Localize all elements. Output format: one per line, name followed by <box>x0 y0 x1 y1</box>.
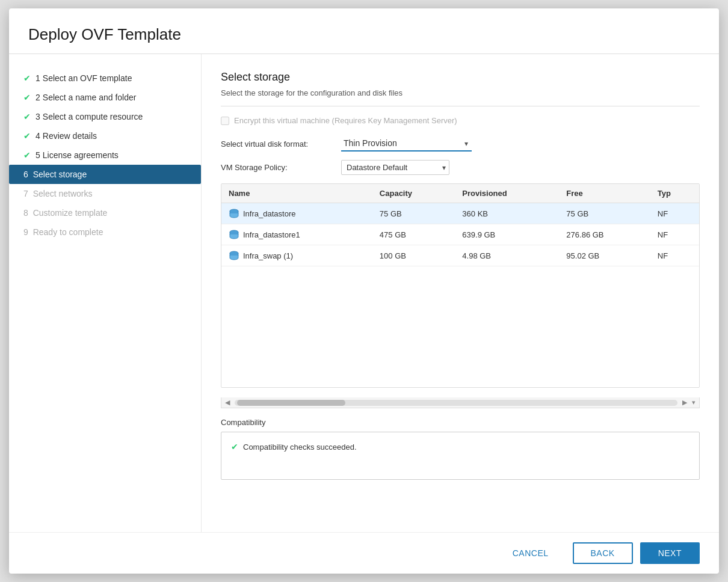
scroll-thumb[interactable] <box>237 400 345 406</box>
compatibility-label: Compatibility <box>221 418 700 427</box>
step-num-1: 1 <box>35 73 40 83</box>
compatibility-section: Compatibility ✔ Compatibility checks suc… <box>221 418 700 480</box>
table-row[interactable]: Infra_datastore 75 GB 360 KB 75 GB NF <box>221 203 699 224</box>
scroll-track[interactable] <box>235 400 677 406</box>
sidebar-item-step3[interactable]: ✔ 3 Select a compute resource <box>9 107 201 126</box>
sidebar-label-step5: License agreements <box>43 150 119 160</box>
datastore-icon <box>229 250 239 261</box>
sidebar-label-step4: Review details <box>43 131 97 141</box>
cell-type: NF <box>650 203 699 224</box>
col-provisioned: Provisioned <box>455 184 559 203</box>
sidebar-label-step6: Select storage <box>33 170 87 179</box>
col-capacity: Capacity <box>372 184 455 203</box>
col-name: Name <box>221 184 372 203</box>
scroll-down-icon[interactable]: ▾ <box>689 397 698 408</box>
step-num-8: 8 <box>23 208 28 218</box>
sidebar-item-step8: 8 Customize template <box>9 203 201 222</box>
compat-check-icon: ✔ <box>231 442 238 452</box>
sidebar-label-step3: Select a compute resource <box>43 112 143 121</box>
sidebar-item-step6[interactable]: 6 Select storage <box>9 165 201 184</box>
section-title: Select storage <box>221 71 700 84</box>
back-button[interactable]: BACK <box>573 542 633 564</box>
disk-format-label: Select virtual disk format: <box>221 139 341 149</box>
sidebar-label-step2: Select a name and folder <box>43 93 137 102</box>
sidebar-item-step7: 7 Select networks <box>9 184 201 203</box>
compat-message: Compatibility checks succeeded. <box>243 443 357 452</box>
check-icon-step3: ✔ <box>23 112 31 121</box>
sidebar: ✔ 1 Select an OVF template ✔ 2 Select a … <box>9 54 202 532</box>
cell-name: Infra_swap (1) <box>221 245 372 266</box>
col-type: Typ <box>650 184 699 203</box>
storage-policy-label: VM Storage Policy: <box>221 163 341 172</box>
datastore-icon <box>229 208 239 219</box>
cell-capacity: 75 GB <box>372 203 455 224</box>
cell-free: 95.02 GB <box>559 245 650 266</box>
step-num-5: 5 <box>35 150 40 160</box>
main-content: Select storage Select the storage for th… <box>202 54 719 532</box>
step-num-9: 9 <box>23 227 28 237</box>
disk-format-select-wrapper[interactable]: Thin Provision Thick Provision Lazy Zero… <box>341 136 472 152</box>
storage-table-container[interactable]: Name Capacity Provisioned Free Typ <box>221 183 700 388</box>
storage-policy-row: VM Storage Policy: Datastore Default ▾ <box>221 160 700 175</box>
next-button[interactable]: NEXT <box>640 542 700 564</box>
sidebar-item-step9: 9 Ready to complete <box>9 222 201 242</box>
sidebar-item-step1[interactable]: ✔ 1 Select an OVF template <box>9 69 201 88</box>
cell-capacity: 100 GB <box>372 245 455 266</box>
cell-type: NF <box>650 224 699 245</box>
sidebar-label-step7: Select networks <box>33 189 93 198</box>
sidebar-item-step4[interactable]: ✔ 4 Review details <box>9 126 201 146</box>
step-num-3: 3 <box>35 112 40 121</box>
step-num-2: 2 <box>35 93 40 102</box>
dialog-footer: CANCEL BACK NEXT <box>9 532 719 574</box>
dialog-body: ✔ 1 Select an OVF template ✔ 2 Select a … <box>9 54 719 532</box>
cell-provisioned: 639.9 GB <box>455 224 559 245</box>
scroll-right-icon[interactable]: ▶ <box>680 397 689 408</box>
cell-name: Infra_datastore <box>221 203 372 224</box>
check-icon-step1: ✔ <box>23 73 31 83</box>
cell-name: Infra_datastore1 <box>221 224 372 245</box>
col-free: Free <box>559 184 650 203</box>
cancel-button[interactable]: CANCEL <box>496 544 566 563</box>
sidebar-label-step9: Ready to complete <box>33 227 103 237</box>
cell-type: NF <box>650 245 699 266</box>
section-subtitle: Select the storage for the configuration… <box>221 88 700 106</box>
step-num-7: 7 <box>23 189 28 198</box>
sidebar-label-step8: Customize template <box>33 208 108 218</box>
sidebar-label-step1: Select an OVF template <box>43 73 132 83</box>
horizontal-scrollbar[interactable]: ◀ ▶ ▾ <box>221 397 700 408</box>
compatibility-box: ✔ Compatibility checks succeeded. <box>221 432 700 480</box>
table-row[interactable]: Infra_datastore1 475 GB 639.9 GB 276.86 … <box>221 224 699 245</box>
step-num-6: 6 <box>23 170 28 179</box>
check-icon-step5: ✔ <box>23 150 31 160</box>
table-header-row: Name Capacity Provisioned Free Typ <box>221 184 699 203</box>
encrypt-checkbox[interactable] <box>221 117 229 125</box>
cell-provisioned: 360 KB <box>455 203 559 224</box>
sidebar-item-step2[interactable]: ✔ 2 Select a name and folder <box>9 88 201 107</box>
table-row[interactable]: Infra_swap (1) 100 GB 4.98 GB 95.02 GB N… <box>221 245 699 266</box>
check-icon-step4: ✔ <box>23 131 31 141</box>
dialog-title: Deploy OVF Template <box>9 8 719 54</box>
disk-format-select[interactable]: Thin Provision Thick Provision Lazy Zero… <box>341 136 472 152</box>
cell-free: 75 GB <box>559 203 650 224</box>
sidebar-item-step5[interactable]: ✔ 5 License agreements <box>9 146 201 165</box>
encrypt-row: Encrypt this virtual machine (Requires K… <box>221 116 700 125</box>
storage-policy-select-wrapper[interactable]: Datastore Default ▾ <box>341 160 449 175</box>
step-num-4: 4 <box>35 131 40 141</box>
scroll-left-icon[interactable]: ◀ <box>223 397 232 408</box>
cell-provisioned: 4.98 GB <box>455 245 559 266</box>
disk-format-row: Select virtual disk format: Thin Provisi… <box>221 136 700 152</box>
encrypt-label: Encrypt this virtual machine (Requires K… <box>234 116 457 125</box>
cell-free: 276.86 GB <box>559 224 650 245</box>
compat-success-row: ✔ Compatibility checks succeeded. <box>231 442 689 452</box>
storage-policy-select[interactable]: Datastore Default <box>341 160 449 175</box>
datastore-icon <box>229 229 239 240</box>
deploy-ovf-dialog: Deploy OVF Template ✔ 1 Select an OVF te… <box>9 8 719 574</box>
storage-table: Name Capacity Provisioned Free Typ <box>221 184 699 266</box>
check-icon-step2: ✔ <box>23 93 31 102</box>
cell-capacity: 475 GB <box>372 224 455 245</box>
